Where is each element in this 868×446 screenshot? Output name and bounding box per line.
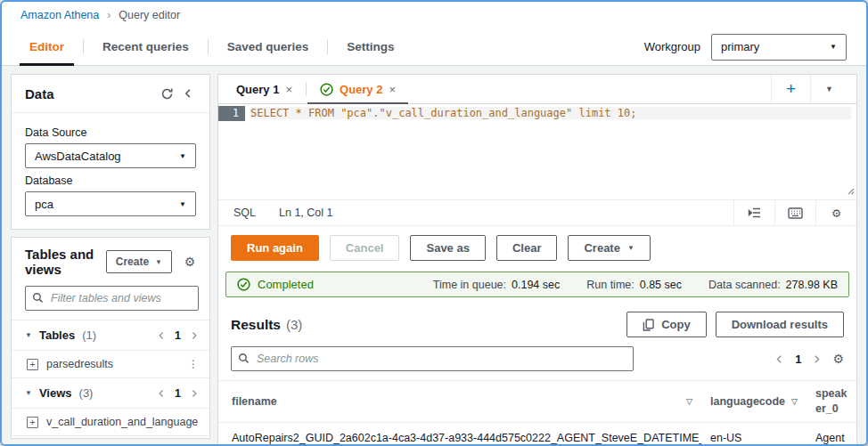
expand-icon[interactable]: + (27, 359, 38, 370)
breadcrumb-query-editor: Query editor (119, 9, 180, 21)
view-item-v-call-duration-and-language[interactable]: + v_call_duration_and_language ⋮ (12, 408, 209, 435)
new-query-tab-button[interactable]: + (771, 75, 810, 103)
column-header-languagecode[interactable]: languagecode ▽ (701, 381, 807, 423)
run-time-value: 0.85 sec (640, 279, 682, 291)
workgroup-label: Workgroup (644, 40, 700, 53)
prev-page-icon[interactable] (157, 389, 166, 398)
views-page-number: 1 (175, 387, 181, 400)
clear-button[interactable]: Clear (496, 235, 558, 261)
item-actions-ellipsis-icon[interactable]: ⋮ (206, 416, 210, 428)
refresh-icon[interactable] (156, 84, 177, 103)
tables-panel-title: Tables and views (25, 247, 99, 277)
tables-settings-gear-icon[interactable]: ⚙ (179, 252, 201, 272)
success-check-icon (320, 83, 333, 96)
section-expand-caret-icon[interactable]: ▼ (25, 389, 32, 397)
results-title: Results (231, 317, 281, 333)
views-section-header[interactable]: ▼ Views (3) 1 (12, 377, 209, 408)
top-tabbar: Editor Recent queries Saved queries Sett… (2, 28, 866, 66)
tab-list-caret-icon[interactable]: ▼ (810, 75, 848, 103)
expand-icon[interactable]: + (27, 417, 38, 428)
cell-languagecode: en-US (701, 422, 807, 446)
sql-editor[interactable]: 1 SELECT * FROM "pca"."v_call_duration_a… (218, 104, 856, 200)
table-item-parsedresults[interactable]: + parsedresults ⋮ (12, 350, 209, 377)
database-select[interactable]: pca ▼ (25, 191, 196, 216)
copy-button[interactable]: Copy (626, 312, 707, 337)
query-editor-area: Query 1 × Query 2 × + ▼ (217, 74, 857, 439)
editor-gutter: 1 (218, 104, 245, 199)
tab-editor[interactable]: Editor (11, 28, 83, 65)
download-results-button[interactable]: Download results (716, 312, 844, 337)
caret-down-icon: ▼ (179, 152, 186, 160)
caret-down-icon: ▼ (830, 43, 837, 51)
close-tab-icon[interactable]: × (389, 83, 396, 96)
tables-section-header[interactable]: ▼ Tables (1) 1 (12, 320, 209, 350)
results-prev-page-icon[interactable] (774, 354, 784, 364)
results-table: filename ▽ languagecode ▽ (218, 380, 856, 446)
close-tab-icon[interactable]: × (285, 83, 292, 96)
create-button[interactable]: Create ▼ (106, 250, 172, 273)
create-dropdown-button[interactable]: Create ▼ (568, 235, 650, 261)
query-tabs: Query 1 × Query 2 × + ▼ (218, 75, 856, 104)
results-next-page-icon[interactable] (812, 354, 822, 364)
cell-filename: AutoRepairs2_GUID_2a602c1a-4ca3-4d37-a93… (218, 422, 701, 446)
save-as-button[interactable]: Save as (410, 235, 485, 261)
results-header: Results (3) Copy Download results (218, 306, 856, 345)
results-search-row: 1 ⚙ (218, 345, 856, 380)
data-sidebar: Data Data Source AwsDataCatalog ▼ Databa… (11, 74, 210, 439)
format-query-icon[interactable] (733, 200, 774, 225)
editor-settings-gear-icon[interactable]: ⚙ (815, 200, 856, 225)
search-icon (238, 353, 250, 364)
tables-page-number: 1 (175, 329, 181, 342)
queue-time-label: Time in queue: (433, 279, 506, 291)
query-tab-2[interactable]: Query 2 × (311, 75, 405, 103)
collapse-panel-icon[interactable] (177, 84, 199, 103)
athena-console-window: Amazon Athena › Query editor Editor Rece… (0, 0, 868, 446)
prev-page-icon[interactable] (157, 331, 166, 340)
data-panel: Data Data Source AwsDataCatalog ▼ Databa… (11, 74, 210, 230)
queue-time-value: 0.194 sec (512, 279, 560, 291)
sql-query-text[interactable]: SELECT * FROM "pca"."v_call_duration_and… (250, 107, 851, 119)
column-header-speaker-0[interactable]: speaker_0 (807, 381, 856, 423)
data-panel-title: Data (25, 86, 156, 101)
table-row[interactable]: AutoRepairs2_GUID_2a602c1a-4ca3-4d37-a93… (218, 422, 856, 446)
line-number: 1 (218, 106, 245, 121)
view-item-v-conversation-segments[interactable]: + v_conversation_segments ⋮ (12, 435, 209, 439)
tab-recent-queries[interactable]: Recent queries (84, 28, 208, 65)
data-source-select[interactable]: AwsDataCatalog ▼ (25, 143, 196, 168)
caret-down-icon: ▼ (627, 244, 635, 252)
workgroup-select[interactable]: primary ▼ (711, 34, 847, 61)
query-tab-divider (306, 82, 307, 96)
results-count: (3) (286, 317, 302, 332)
data-scanned-label: Data scanned: (708, 279, 781, 291)
section-expand-caret-icon[interactable]: ▼ (25, 331, 32, 339)
run-again-button[interactable]: Run again (231, 235, 319, 261)
editor-language: SQL (233, 207, 256, 219)
column-header-filename[interactable]: filename ▽ (218, 381, 701, 423)
results-settings-gear-icon[interactable]: ⚙ (832, 352, 844, 366)
filter-tables-input[interactable] (25, 286, 199, 311)
cell-speaker-0: Agent (807, 422, 856, 446)
database-label: Database (25, 174, 196, 187)
tab-settings[interactable]: Settings (328, 28, 413, 65)
main-content: Data Data Source AwsDataCatalog ▼ Databa… (2, 66, 866, 446)
query-actions: Run again Cancel Save as Clear Create ▼ (218, 226, 856, 271)
editor-resize-handle-icon[interactable] (846, 185, 855, 198)
sort-icon[interactable]: ▽ (791, 397, 798, 406)
status-completed-text: Completed (258, 278, 314, 291)
sort-icon[interactable]: ▽ (686, 397, 692, 406)
caret-down-icon: ▼ (179, 200, 186, 208)
search-rows-input[interactable] (231, 346, 634, 371)
data-source-label: Data Source (25, 126, 196, 139)
results-table-header-row: filename ▽ languagecode ▽ (218, 381, 856, 423)
completed-check-icon (237, 278, 250, 291)
next-page-icon[interactable] (190, 331, 199, 340)
cursor-position: Ln 1, Col 1 (279, 207, 332, 219)
run-time-label: Run time: (586, 279, 635, 291)
tab-saved-queries[interactable]: Saved queries (209, 28, 328, 65)
breadcrumb-amazon-athena[interactable]: Amazon Athena (20, 9, 99, 21)
keyboard-shortcuts-icon[interactable] (774, 200, 815, 225)
item-actions-ellipsis-icon[interactable]: ⋮ (188, 358, 199, 370)
next-page-icon[interactable] (190, 389, 199, 398)
copy-icon (643, 319, 654, 331)
query-tab-1[interactable]: Query 1 × (227, 75, 301, 103)
